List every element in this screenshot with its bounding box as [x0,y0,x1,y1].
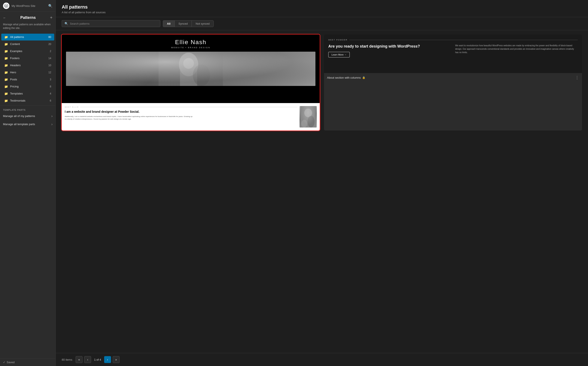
sidebar-top-bar: W My WordPress Site 🔍 [0,0,55,12]
nav-item-label: Templates [10,92,48,95]
lock-icon: 🔒 [362,76,365,79]
back-button[interactable]: ← [3,16,6,20]
nav-item-content[interactable]: 📁 Content 20 [1,41,54,48]
meet-powder-label: MEET POWDER [328,39,578,41]
folder-icon: 📁 [4,78,8,81]
page-title: All patterns [62,4,582,10]
svg-point-9 [307,116,314,128]
manage-template-parts-link[interactable]: Manage all template parts › [0,120,55,128]
sidebar-header: ← Patterns + [0,12,55,22]
svg-point-4 [183,58,194,69]
manage-patterns-link[interactable]: Manage all of my patterns › [0,112,55,120]
folder-icon: 📁 [4,42,8,46]
main-toolbar: 🔍 All Synced Not synced [56,17,588,30]
folder-icon: 📁 [4,85,8,88]
sidebar: W My WordPress Site 🔍 ← Patterns + Manag… [0,0,56,366]
folder-icon: 📁 [4,92,8,95]
nav-item-count: 6 [50,99,51,102]
main-content: All patterns A list of all patterns from… [56,0,588,366]
nav-item-pricing[interactable]: 📁 Pricing 8 [1,83,54,90]
filter-all-button[interactable]: All [163,21,175,27]
folder-icon: 📁 [4,71,8,74]
svg-rect-2 [159,52,223,86]
search-icon[interactable]: 🔍 [48,4,53,8]
nav-item-templates[interactable]: 📁 Templates 4 [1,90,54,97]
ellie-nash-subtitle: WEBSITE • BRAND DESIGN [66,46,315,49]
ellie-nash-photo [66,52,315,86]
about-section-preview: MEET ELLIE I am a website and brand desi… [62,103,320,130]
nav-item-count: 8 [50,85,51,88]
nav-item-count: 3 [50,78,51,81]
sidebar-description: Manage what patterns are available when … [0,22,55,33]
nav-item-count: 2 [50,50,51,53]
chevron-right-icon: › [51,122,53,126]
nav-item-examples[interactable]: 📁 Examples 2 [1,48,54,55]
manage-patterns-label: Manage all of my patterns [3,114,35,118]
nav-item-footers[interactable]: 📁 Footers 14 [1,55,54,62]
page-subtitle: A list of all patterns from all sources [62,11,582,14]
ellie-nash-title: Ellie Nash [66,39,315,46]
svg-text:W: W [5,5,7,7]
pattern-preview: Ellie Nash WEBSITE • BRAND DESIGN [62,35,320,130]
pagination-first-button[interactable]: « [76,356,83,363]
svg-point-3 [179,53,198,76]
nav-item-label: Examples [10,49,48,53]
nav-item-label: Content [10,42,46,46]
patterns-grid: Ellie Nash WEBSITE • BRAND DESIGN [56,30,588,353]
nav-item-label: Pricing [10,85,48,88]
nav-item-count: 10 [48,64,51,67]
sidebar-nav: 📁 All patterns 80 📁 Content 20 📁 Example… [0,33,55,358]
pattern-name-label: About section with columns [327,76,361,79]
site-name: My WordPress Site [12,4,46,8]
nav-item-all-patterns[interactable]: 📁 All patterns 80 [1,34,54,40]
pagination-next-button[interactable]: › [104,356,111,363]
svg-point-8 [304,109,312,117]
nav-item-label: All patterns [10,35,46,38]
about-body: Additionally, I am a masterful website e… [65,115,193,121]
nav-item-label: Footers [10,57,46,60]
folder-icon: 📁 [4,35,8,39]
add-pattern-button[interactable]: + [50,15,53,20]
pagination-bar: 80 items « ‹ 1 of 4 › » [56,353,588,366]
nav-item-hero[interactable]: 📁 Hero 12 [1,69,54,76]
pattern-card-about-section[interactable]: MEET POWDER Are you ready to start desig… [324,35,582,130]
wp-logo: W [3,3,9,9]
nav-item-count: 14 [48,57,51,60]
manage-template-parts-label: Manage all template parts [3,122,35,126]
pattern-card-footer: About section with columns 🔒 ⋮ [324,73,582,82]
chevron-right-icon: › [51,114,53,118]
saved-status: ✓ Saved [0,358,55,366]
filter-not-synced-button[interactable]: Not synced [192,21,214,27]
nav-item-headers[interactable]: 📁 Headers 10 [1,62,54,69]
about-heading: I am a website and brand designer at Pow… [65,110,193,114]
about-card-preview: MEET POWDER Are you ready to start desig… [324,35,582,73]
search-box[interactable]: 🔍 [62,20,160,27]
search-input[interactable] [70,22,158,25]
about-meet-label: MEET ELLIE [65,106,298,108]
svg-rect-5 [180,69,197,86]
nav-item-testimonials[interactable]: 📁 Testimonials 6 [1,97,54,104]
about-image [300,106,317,128]
filter-buttons: All Synced Not synced [163,20,214,27]
pattern-more-button[interactable]: ⋮ [575,75,579,80]
pagination-prev-button[interactable]: ‹ [84,356,91,363]
pagination-count: 80 items [62,358,72,361]
back-arrow-icon: ← [3,16,6,20]
nav-item-posts[interactable]: 📁 Posts 3 [1,76,54,83]
nav-item-label: Headers [10,64,46,67]
svg-point-6 [193,64,210,86]
nav-item-count: 12 [48,71,51,74]
pattern-preview: MEET POWDER Are you ready to start desig… [324,35,582,73]
learn-more-button[interactable]: Learn More → [328,52,350,57]
filter-synced-button[interactable]: Synced [175,21,192,27]
about-card-heading: Are you ready to start designing with Wo… [328,44,451,49]
pattern-name: About section with columns 🔒 [327,76,365,79]
ellie-nash-preview: Ellie Nash WEBSITE • BRAND DESIGN [62,35,320,103]
nav-item-count: 20 [48,43,51,46]
template-parts-label: Template Parts [0,107,55,112]
pattern-card-ellie-nash[interactable]: Ellie Nash WEBSITE • BRAND DESIGN [62,35,320,130]
pagination-last-button[interactable]: » [113,356,120,363]
folder-icon: 📁 [4,57,8,60]
about-card-body: We want to revolutionize how beautiful W… [455,44,578,57]
sidebar-title: Patterns [20,15,36,20]
